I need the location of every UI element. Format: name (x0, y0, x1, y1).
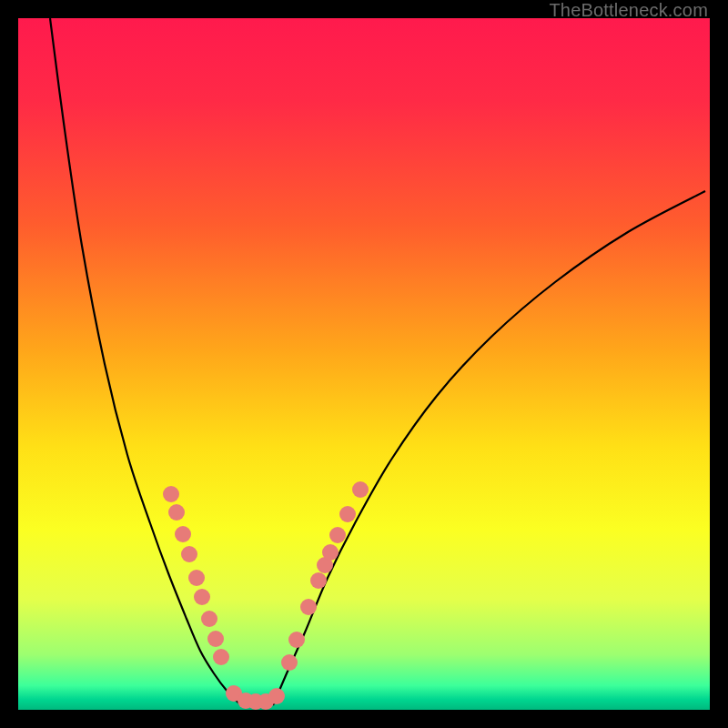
scatter-dot (329, 527, 346, 543)
scatter-dot (339, 506, 356, 522)
scatter-dot (194, 589, 210, 605)
scatter-dot (181, 546, 197, 562)
scatter-dot (168, 504, 185, 521)
plot-frame (18, 18, 710, 710)
scatter-dot (207, 631, 224, 647)
scatter-dot (281, 654, 298, 671)
left-branch-line (50, 18, 241, 705)
watermark-text: TheBottleneck.com (549, 0, 708, 21)
scatter-dot (352, 481, 369, 498)
scatter-dot (268, 688, 285, 704)
scatter-dot (300, 599, 317, 615)
chart-curve (18, 18, 710, 710)
scatter-dot (201, 611, 217, 627)
scatter-dot (163, 486, 179, 502)
scatter-dot (213, 649, 229, 665)
right-branch-line (273, 191, 705, 705)
scatter-dot (322, 544, 339, 561)
scatter-dot (175, 526, 191, 542)
scatter-dots (163, 481, 369, 710)
scatter-dot (188, 570, 205, 586)
scatter-dot (310, 572, 327, 589)
scatter-dot (288, 632, 305, 648)
